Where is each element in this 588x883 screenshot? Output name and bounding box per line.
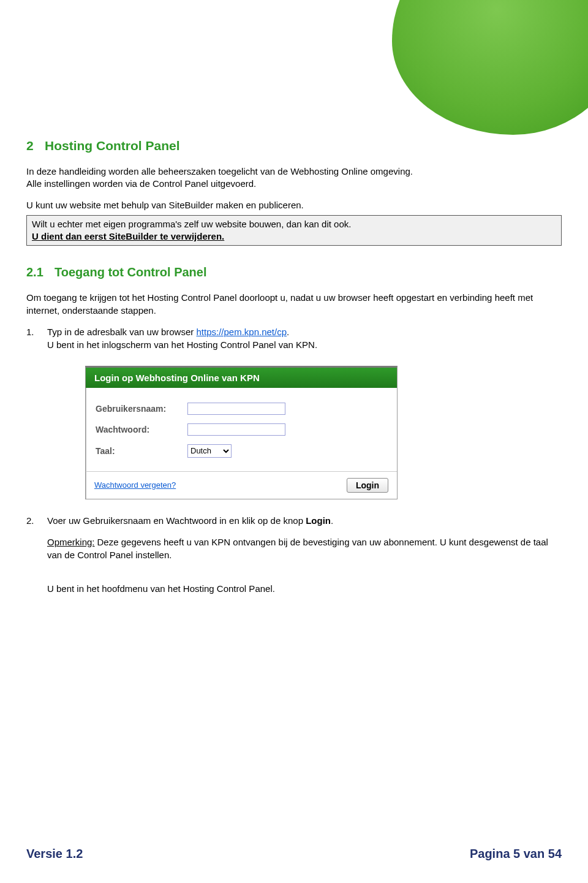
step-1-text-c: U bent in het inlogscherm van het Hostin…	[47, 339, 317, 350]
callout-line-2: U dient dan eerst SiteBuilder te verwijd…	[32, 230, 556, 243]
heading-chapter-number: 2	[26, 138, 45, 153]
login-panel-body: Gebruikersnaam: Wachtwoord: Taal: Dutch	[86, 388, 397, 471]
step-2-text-c: .	[331, 515, 333, 526]
username-input[interactable]	[187, 403, 285, 415]
language-select[interactable]: Dutch	[187, 444, 232, 458]
heading-chapter-title: Hosting Control Panel	[45, 138, 180, 153]
decorative-blob	[392, 0, 588, 135]
page-footer: Versie 1.2 Pagina 5 van 54	[26, 847, 562, 861]
intro-line-1: In deze handleiding worden alle beheersz…	[26, 165, 562, 178]
login-panel-footer: Wachtwoord vergeten? Login	[86, 471, 397, 499]
step-1-text-a: Typ in de adresbalk van uw browser	[47, 327, 196, 337]
footer-page: Pagina 5 van 54	[470, 847, 562, 861]
step-1-text-b: .	[287, 327, 289, 337]
heading-subsection-title: Toegang tot Control Panel	[55, 265, 207, 279]
ordered-steps-2: 2. Voer uw Gebruikersnaam en Wachtwoord …	[26, 514, 562, 595]
heading-subsection-number: 2.1	[26, 265, 55, 279]
password-input[interactable]	[187, 423, 285, 436]
note-label: Opmerking:	[47, 537, 95, 547]
ordered-steps: 1. Typ in de adresbalk van uw browser ht…	[26, 325, 562, 351]
step-1-number: 1.	[26, 325, 47, 351]
heading-subsection: 2.1Toegang tot Control Panel	[26, 265, 562, 279]
step-2-text-b: Login	[306, 515, 331, 526]
result-text: U bent in het hoofdmenu van het Hosting …	[47, 582, 562, 595]
note-row: Opmerking:Deze gegevens heeft u van KPN …	[47, 536, 562, 561]
login-panel-title: Login op Webhosting Online van KPN	[86, 368, 397, 388]
login-row-password: Wachtwoord:	[96, 423, 387, 436]
step-1: 1. Typ in de adresbalk van uw browser ht…	[26, 325, 562, 351]
note-text: Deze gegevens heeft u van KPN ontvangen …	[47, 537, 548, 560]
subsection-intro: Om toegang te krijgen tot het Hosting Co…	[26, 292, 562, 317]
step-2: 2. Voer uw Gebruikersnaam en Wachtwoord …	[26, 514, 562, 595]
step-1-link[interactable]: https://pem.kpn.net/cp	[196, 327, 287, 337]
sitebuilder-note: U kunt uw website met behulp van SiteBui…	[26, 199, 562, 211]
footer-version: Versie 1.2	[26, 847, 83, 861]
username-label: Gebruikersnaam:	[96, 404, 187, 414]
password-label: Wachtwoord:	[96, 425, 187, 434]
login-panel-figure: Login op Webhosting Online van KPN Gebru…	[85, 366, 398, 499]
login-row-username: Gebruikersnaam:	[96, 403, 387, 415]
heading-chapter: 2Hosting Control Panel	[26, 138, 562, 153]
login-button[interactable]: Login	[347, 478, 388, 493]
step-2-number: 2.	[26, 514, 47, 595]
forgot-password-link[interactable]: Wachtwoord vergeten?	[94, 480, 176, 490]
callout-box: Wilt u echter met eigen programma's zelf…	[26, 215, 562, 246]
login-row-language: Taal: Dutch	[96, 444, 387, 458]
step-2-text-a: Voer uw Gebruikersnaam en Wachtwoord in …	[47, 515, 306, 526]
language-label: Taal:	[96, 446, 187, 456]
callout-line-1: Wilt u echter met eigen programma's zelf…	[32, 218, 556, 230]
page-content: 2Hosting Control Panel In deze handleidi…	[26, 138, 562, 599]
intro-line-2: Alle instellingen worden via de Control …	[26, 178, 562, 190]
